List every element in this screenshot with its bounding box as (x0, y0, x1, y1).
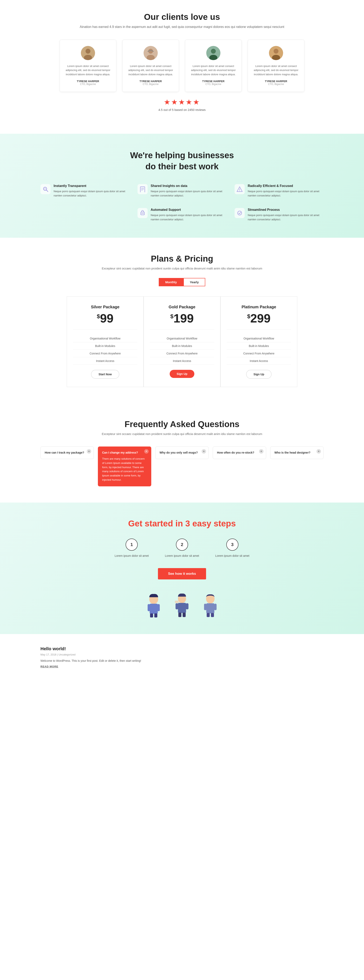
platinum-cta: Sign Up (227, 370, 291, 379)
gold-sign-up-button[interactable]: Sign Up (170, 370, 194, 378)
feature-text: Neque porro quisquam esqui dolam ipsum q… (151, 213, 226, 222)
silver-start-now-button[interactable]: Start Now (91, 370, 119, 379)
pricing-feature: Organisational Workflow (73, 335, 137, 342)
pricing-title: Plans & Pricing (40, 254, 324, 264)
pricing-subtitle: Excepteur sint occaec cupidatat non proi… (40, 266, 324, 271)
steps-grid: 1 Lorem ipsum dolor sit amet 2 Lorem ips… (40, 539, 324, 558)
svg-rect-42 (214, 604, 216, 610)
feature-content: Shared Insights on data Neque porro quis… (151, 184, 226, 198)
client-role: CTO, Bigacme (65, 83, 111, 86)
svg-rect-34 (175, 603, 178, 609)
svg-point-14 (44, 188, 46, 189)
platinum-package-card: Platinum Package $299 Organisational Wor… (221, 296, 297, 387)
svg-rect-22 (141, 212, 145, 215)
client-card: Lorem ipsum dolor sit amet consect adipi… (185, 40, 242, 92)
faq-section: Frequently Asked Questions Excepteur sin… (0, 403, 364, 502)
feature-title: Instantly Transparent (54, 184, 129, 188)
feature-content: Streamlined Process Neque porro quisquam… (248, 208, 324, 222)
svg-rect-15 (140, 187, 145, 192)
faq-question: Why do you only sell mugs? (159, 451, 205, 455)
faq-question: How can I track my package? (45, 451, 90, 455)
svg-rect-31 (154, 613, 157, 617)
step-2-text: Lorem ipsum dolor sit amet (165, 554, 199, 558)
platinum-package-title: Platinum Package (227, 305, 291, 309)
faq-expand-icon: + (87, 449, 91, 453)
svg-rect-38 (183, 612, 186, 617)
faq-item-1[interactable]: How can I track my package? + (40, 447, 94, 459)
client-text: Lorem ipsum dolor sit amet consect adipi… (253, 64, 299, 77)
faq-collapse-icon: × (144, 449, 149, 453)
faq-item-5[interactable]: Who is the head designer? + (270, 447, 324, 459)
feature-content: Instantly Transparent Neque porro quisqu… (54, 184, 129, 198)
rating-text: 4.5 out of 5 based on 2450 reviews (40, 108, 324, 111)
client-text: Lorem ipsum dolor sit amet consect adipi… (127, 64, 174, 77)
client-name: TYRESE HARPER (253, 80, 299, 83)
step-3-circle: 3 (226, 539, 238, 551)
faq-item-3[interactable]: Why do you only sell mugs? + (155, 447, 209, 459)
feature-item: Radically Efficient & Focused Neque porr… (235, 184, 324, 198)
svg-rect-43 (207, 613, 210, 617)
client-role: CTO, Bigacme (190, 83, 237, 86)
feature-title: Automated Support (151, 208, 226, 212)
blog-post: Hello world! May 17, 2018 | Uncategorize… (40, 646, 324, 668)
svg-rect-28 (148, 604, 150, 611)
step-2: 2 Lorem ipsum dolor sit amet (165, 539, 199, 558)
pricing-feature: Connect From Anywhere (150, 350, 214, 357)
client-name: TYRESE HARPER (65, 80, 111, 83)
get-started-title: Get started in 3 easy steps (40, 519, 324, 528)
avatar (269, 46, 283, 60)
svg-rect-44 (211, 613, 214, 617)
gold-cta: Sign Up (150, 370, 214, 378)
svg-rect-30 (150, 613, 153, 617)
faq-item-4[interactable]: How often do you re-stock? + (213, 447, 266, 459)
step-1-circle: 1 (126, 539, 138, 551)
svg-rect-27 (149, 604, 158, 614)
blog-section: Hello world! May 17, 2018 | Uncategorize… (0, 634, 364, 680)
feature-spacer (40, 208, 129, 222)
faq-expand-icon: + (259, 449, 264, 453)
svg-rect-40 (206, 603, 215, 613)
gold-package-price: $199 (150, 312, 214, 325)
svg-rect-36 (175, 601, 178, 603)
silver-cta: Start Now (73, 370, 137, 379)
avatar (81, 46, 95, 60)
feature-text: Neque porro quisquam esqui dolam ipsum q… (248, 189, 324, 198)
helping-title: We're helping businessesdo their best wo… (40, 150, 324, 172)
yearly-toggle-button[interactable]: Yearly (183, 278, 205, 286)
feature-item: Automated Support Neque porro quisquam e… (138, 208, 226, 222)
automated-support-icon (138, 208, 148, 218)
feature-content: Radically Efficient & Focused Neque porr… (248, 184, 324, 198)
faq-grid: How can I track my package? + Can I chan… (40, 447, 324, 486)
client-card: Lorem ipsum dolor sit amet consect adipi… (60, 40, 116, 92)
client-role: CTO, Bigacme (253, 83, 299, 86)
feature-title: Radically Efficient & Focused (248, 184, 324, 188)
avatar-figure-2 (172, 592, 192, 618)
faq-question: Can I change my address? (102, 451, 147, 455)
svg-rect-35 (186, 603, 189, 609)
feature-content: Automated Support Neque porro quisquam e… (151, 208, 226, 222)
platinum-sign-up-button[interactable]: Sign Up (246, 370, 272, 379)
silver-package-card: Silver Package $99 Organisational Workfl… (67, 296, 143, 387)
step-2-circle: 2 (176, 539, 188, 551)
svg-point-25 (238, 211, 242, 215)
pricing-feature: Organisational Workflow (227, 335, 291, 342)
clients-title: Our clients love us (40, 12, 324, 22)
see-how-it-works-button[interactable]: See how it works (158, 568, 206, 579)
client-text: Lorem ipsum dolor sit amet consect adipi… (65, 64, 111, 77)
pricing-feature: Built-in Modules (227, 342, 291, 350)
gold-package-card: Gold Package $199 Organisational Workflo… (143, 296, 221, 387)
features-grid-2: Automated Support Neque porro quisquam e… (40, 208, 324, 222)
monthly-toggle-button[interactable]: Monthly (159, 278, 183, 286)
client-card: Lorem ipsum dolor sit amet consect adipi… (248, 40, 304, 92)
faq-item-2[interactable]: Can I change my address? × Them are many… (98, 447, 151, 486)
pricing-feature: Organisational Workflow (150, 335, 214, 342)
faq-expand-icon: + (202, 449, 206, 453)
blog-meta: May 17, 2018 | Uncategorized (40, 653, 324, 656)
step-1: 1 Lorem ipsum dolor sit amet (114, 539, 149, 558)
read-more-link[interactable]: READ MORE (40, 665, 324, 668)
shared-insights-icon (138, 184, 148, 194)
get-started-title-highlight: 3 easy steps (185, 519, 236, 528)
svg-line-13 (46, 190, 48, 192)
feature-item: Instantly Transparent Neque porro quisqu… (40, 184, 129, 198)
client-text: Lorem ipsum dolor sit amet consect adipi… (190, 64, 237, 77)
